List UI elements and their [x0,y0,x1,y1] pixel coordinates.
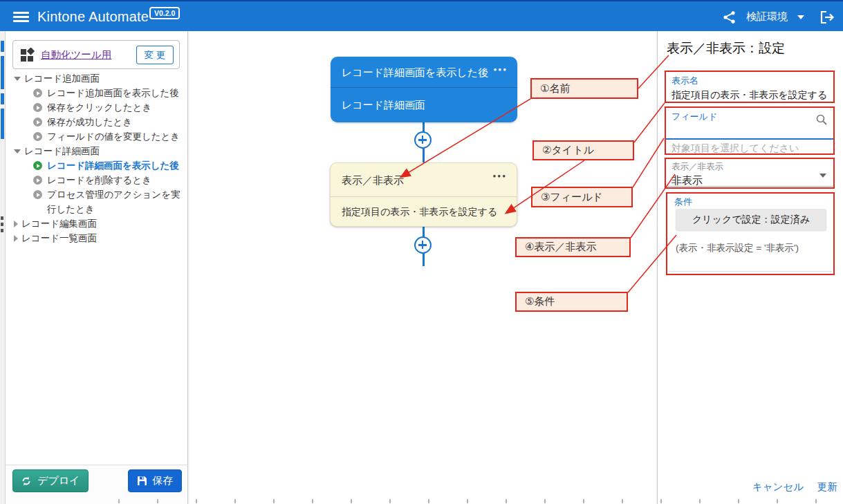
environment-caret-icon[interactable] [797,15,804,19]
annotation-name: ①名前 [530,78,638,99]
field-selector: フィールド 対象項目を選択してください [665,106,835,155]
tree-item[interactable]: フィールドの値を変更したとき [10,129,184,144]
flow-node-record-detail[interactable]: レコード詳細画面を表示した後 ●●● レコード詳細画面 [331,57,517,122]
condition-label: 条件 [674,196,826,208]
display-name-field: 表示名 指定項目の表示・非表示を設定する [665,71,835,103]
annotation-visibility: ④表示／非表示 [515,237,631,257]
play-circle-icon [33,190,42,199]
flow-node-subtitle: 指定項目の表示・非表示を設定する [331,197,517,226]
sync-icon [21,476,32,487]
flow-node-subtitle: レコード詳細画面 [331,88,517,122]
visibility-select[interactable]: 表示／非表示 非表示 [665,158,835,189]
more-menu-icon[interactable]: ●●● [493,173,508,179]
tree-item[interactable]: レコードを削除するとき [10,173,184,187]
app-title: Kintone Automate [37,1,149,32]
field-label: フィールド [671,111,828,123]
sidebar-footer: デプロイ 保存 [6,465,187,504]
app-selector-box: 自動化ツール用 変 更 [12,40,180,69]
app-window: Kintone Automate V0.2.0 検証環境 自動化ツール用 [0,0,843,504]
visibility-underline [666,186,833,187]
share-icon[interactable] [723,10,737,24]
left-edge-strip [0,31,6,504]
version-badge: V0.2.0 [149,7,180,19]
tree-item[interactable]: レコード追加画面を表示した後 [10,86,184,100]
chevron-down-icon [14,77,21,81]
flow-node-title: 表示／非表示 [331,163,517,197]
sidebar: 自動化ツール用 変 更 レコード追加画面 レコード追加画面を表示した後 保存をク… [6,31,188,504]
tree-item-selected[interactable]: レコード詳細画面を表示した後 [10,158,184,173]
tree-group-record-edit[interactable]: レコード編集画面 [10,216,184,231]
save-button[interactable]: 保存 [128,469,182,492]
environment-label[interactable]: 検証環境 [746,10,788,24]
search-icon[interactable] [815,113,828,129]
flow-node-title: レコード詳細画面を表示した後 [331,57,517,88]
tree-group-record-add[interactable]: レコード追加画面 [10,71,184,86]
top-header-bar: Kintone Automate V0.2.0 検証環境 [0,0,843,31]
save-floppy-icon [137,476,147,486]
chevron-right-icon [14,235,18,242]
tree-item[interactable]: プロセス管理のアクションを実行したとき [10,187,184,216]
chevron-right-icon [14,221,18,227]
play-circle-icon [33,103,42,112]
field-input-underline [666,138,833,140]
tree-item[interactable]: 保存をクリックしたとき [10,100,184,115]
tree-group-record-list[interactable]: レコード一覧画面 [10,231,184,245]
panel-title: 表示／非表示：設定 [667,39,785,57]
add-step-button[interactable] [414,236,432,254]
annotation-title: ②タイトル [532,140,634,160]
display-name-value[interactable]: 指定項目の表示・非表示を設定する [671,89,828,102]
event-tree: レコード追加画面 レコード追加画面を表示した後 保存をクリックしたとき 保存が成… [10,71,184,245]
add-step-button[interactable] [414,131,432,149]
flow-node-visibility-action[interactable]: 表示／非表示 ●●● 指定項目の表示・非表示を設定する [330,162,517,227]
select-caret-icon[interactable] [819,174,826,178]
update-button[interactable]: 更新 [817,480,837,494]
more-menu-icon[interactable]: ●●● [494,66,508,73]
condition-set-button[interactable]: クリックで設定：設定済み [676,209,826,230]
annotation-condition: ⑤条件 [515,292,628,312]
chevron-down-icon [14,149,21,153]
settings-panel: 表示／非表示：設定 表示名 指定項目の表示・非表示を設定する フィールド 対象項… [657,31,843,504]
annotation-field: ③フィールド [531,187,633,207]
display-name-label: 表示名 [671,75,828,87]
play-circle-icon-active [33,161,42,170]
cancel-button[interactable]: キャンセル [752,480,804,494]
logout-icon[interactable] [819,10,835,24]
visibility-label: 表示／非表示 [671,161,828,173]
tree-item[interactable]: 保存が成功したとき [10,115,184,129]
deploy-button[interactable]: デプロイ [12,469,89,492]
change-app-button[interactable]: 変 更 [136,46,174,64]
condition-divider [669,271,832,272]
field-input-placeholder[interactable]: 対象項目を選択してください [671,142,799,155]
play-circle-icon [33,176,42,185]
play-circle-icon [33,88,42,97]
play-circle-icon [33,132,42,141]
tree-group-record-detail[interactable]: レコード詳細画面 [10,144,184,158]
condition-section: 条件 クリックで設定：設定済み (表示・非表示設定 = '非表示') [666,192,835,275]
play-circle-icon [33,118,42,127]
condition-summary: (表示・非表示設定 = '非表示') [676,242,799,254]
app-blocks-icon [20,48,35,63]
hamburger-menu-icon[interactable] [13,12,29,22]
app-name-link[interactable]: 自動化ツール用 [41,41,111,68]
